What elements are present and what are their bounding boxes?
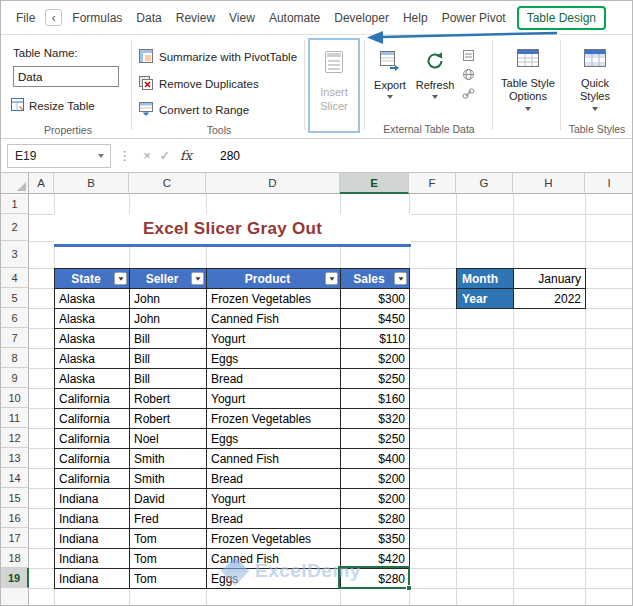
table-cell[interactable]: $400 — [341, 449, 410, 469]
row-header-7[interactable]: 7 — [1, 328, 29, 348]
table-cell[interactable]: $280 — [341, 509, 410, 529]
ribbon-tab-automate[interactable]: Automate — [262, 6, 327, 30]
side-table-label[interactable]: Month — [457, 269, 514, 289]
table-cell[interactable]: Robert — [130, 389, 207, 409]
table-cell[interactable]: $110 — [341, 329, 410, 349]
column-header-A[interactable]: A — [29, 173, 54, 194]
table-cell[interactable]: Bread — [207, 509, 341, 529]
table-cell[interactable]: Yogurt — [207, 489, 341, 509]
table-cell[interactable]: $450 — [341, 309, 410, 329]
table-cell[interactable]: Noel — [130, 429, 207, 449]
quick-styles-button[interactable]: Quick Styles — [567, 45, 623, 111]
convert-to-range-button[interactable]: Convert to Range — [139, 99, 249, 121]
table-cell[interactable]: Eggs — [207, 349, 341, 369]
side-table-value[interactable]: 2022 — [514, 289, 586, 309]
table-cell[interactable]: $200 — [341, 469, 410, 489]
table-cell[interactable]: $320 — [341, 409, 410, 429]
column-header-I[interactable]: I — [585, 173, 633, 194]
row-header-12[interactable]: 12 — [1, 428, 29, 448]
row-header-9[interactable]: 9 — [1, 368, 29, 388]
table-cell[interactable]: Bill — [130, 369, 207, 389]
table-cell[interactable]: Yogurt — [207, 329, 341, 349]
table-cell[interactable]: John — [130, 289, 207, 309]
table-cell[interactable]: Canned Fish — [207, 449, 341, 469]
ribbon-tab-help[interactable]: Help — [396, 6, 435, 30]
name-box[interactable]: E19 — [7, 144, 111, 168]
filter-button[interactable] — [191, 272, 204, 285]
table-name-input[interactable] — [13, 66, 119, 87]
enter-button[interactable]: ✓ — [156, 148, 174, 163]
table-cell[interactable]: Alaska — [55, 329, 130, 349]
table-cell[interactable]: $200 — [341, 349, 410, 369]
table-cell[interactable]: Alaska — [55, 349, 130, 369]
table-cell[interactable]: $300 — [341, 289, 410, 309]
table-cell[interactable]: Frozen Vegetables — [207, 409, 341, 429]
table-cell[interactable]: David — [130, 489, 207, 509]
row-header-1[interactable]: 1 — [1, 194, 29, 214]
filter-button[interactable] — [325, 272, 338, 285]
ribbon-tab-formulas[interactable]: Formulas — [65, 6, 129, 30]
table-cell[interactable]: Indiana — [55, 529, 130, 549]
table-cell[interactable]: Frozen Vegetables — [207, 529, 341, 549]
table-cell[interactable]: Tom — [130, 549, 207, 569]
row-header-13[interactable]: 13 — [1, 448, 29, 468]
table-cell[interactable]: Frozen Vegetables — [207, 289, 341, 309]
table-cell[interactable]: $200 — [341, 489, 410, 509]
table-cell[interactable]: Indiana — [55, 569, 130, 589]
column-header-F[interactable]: F — [409, 173, 456, 194]
table-cell[interactable]: California — [55, 429, 130, 449]
ribbon-tab-view[interactable]: View — [222, 6, 262, 30]
table-cell[interactable]: Tom — [130, 569, 207, 589]
table-cell[interactable]: Robert — [130, 409, 207, 429]
ribbon-collapse-chevron-icon[interactable]: ‹ — [45, 9, 62, 26]
column-header-D[interactable]: D — [206, 173, 340, 194]
table-cell[interactable]: Indiana — [55, 489, 130, 509]
row-header-11[interactable]: 11 — [1, 408, 29, 428]
table-cell[interactable]: Fred — [130, 509, 207, 529]
table-cell[interactable]: Bill — [130, 329, 207, 349]
ribbon-tab-developer[interactable]: Developer — [327, 6, 396, 30]
table-cell[interactable]: $250 — [341, 429, 410, 449]
summarize-with-pivottable-button[interactable]: Summarize with PivotTable — [139, 46, 297, 68]
table-cell[interactable]: Alaska — [55, 289, 130, 309]
row-header-18[interactable]: 18 — [1, 548, 29, 568]
table-cell[interactable]: Bread — [207, 369, 341, 389]
row-header-15[interactable]: 15 — [1, 488, 29, 508]
table-properties-button[interactable] — [460, 47, 476, 63]
column-header-B[interactable]: B — [54, 173, 129, 194]
row-header-3[interactable]: 3 — [1, 241, 29, 268]
table-cell[interactable]: Canned Fish — [207, 549, 341, 569]
sheet-title[interactable]: Excel Slicer Gray Out — [54, 214, 411, 247]
row-header-19[interactable]: 19 — [1, 568, 29, 588]
cancel-button[interactable]: × — [138, 148, 156, 163]
row-header-17[interactable]: 17 — [1, 528, 29, 548]
row-header-4[interactable]: 4 — [1, 268, 29, 288]
row-header-10[interactable]: 10 — [1, 388, 29, 408]
filter-button[interactable] — [114, 272, 127, 285]
table-cell[interactable]: California — [55, 469, 130, 489]
table-cell[interactable]: Indiana — [55, 549, 130, 569]
table-cell[interactable]: Smith — [130, 449, 207, 469]
table-cell[interactable]: Eggs — [207, 429, 341, 449]
row-header-5[interactable]: 5 — [1, 288, 29, 308]
table-cell[interactable]: Alaska — [55, 369, 130, 389]
table-cell[interactable]: Bill — [130, 349, 207, 369]
row-header-blank[interactable] — [1, 588, 29, 606]
filter-button[interactable] — [394, 272, 407, 285]
table-cell[interactable]: California — [55, 389, 130, 409]
column-header-H[interactable]: H — [513, 173, 585, 194]
table-cell[interactable]: Bread — [207, 469, 341, 489]
ribbon-tab-file[interactable]: File — [9, 6, 42, 30]
formula-bar-value[interactable]: 280 — [220, 149, 240, 163]
table-cell[interactable]: Tom — [130, 529, 207, 549]
row-header-16[interactable]: 16 — [1, 508, 29, 528]
table-cell[interactable]: Eggs — [207, 569, 341, 589]
row-header-14[interactable]: 14 — [1, 468, 29, 488]
insert-function-button[interactable]: fx — [174, 148, 198, 163]
insert-slicer-button[interactable]: Insert Slicer — [310, 40, 358, 131]
table-cell[interactable]: California — [55, 409, 130, 429]
ribbon-tab-review[interactable]: Review — [169, 6, 222, 30]
ribbon-tab-table-design[interactable]: Table Design — [517, 6, 606, 30]
select-all-corner[interactable] — [1, 173, 29, 194]
column-header-G[interactable]: G — [456, 173, 513, 194]
